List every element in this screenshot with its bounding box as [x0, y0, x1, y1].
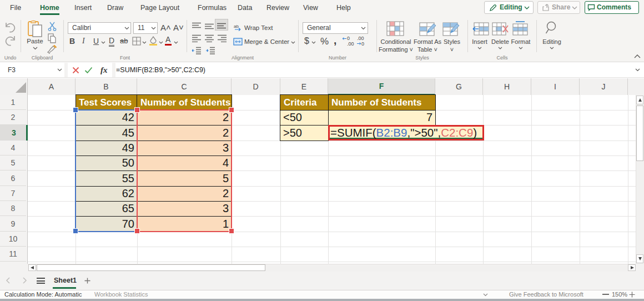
- svg-text:ab: ab: [234, 24, 239, 29]
